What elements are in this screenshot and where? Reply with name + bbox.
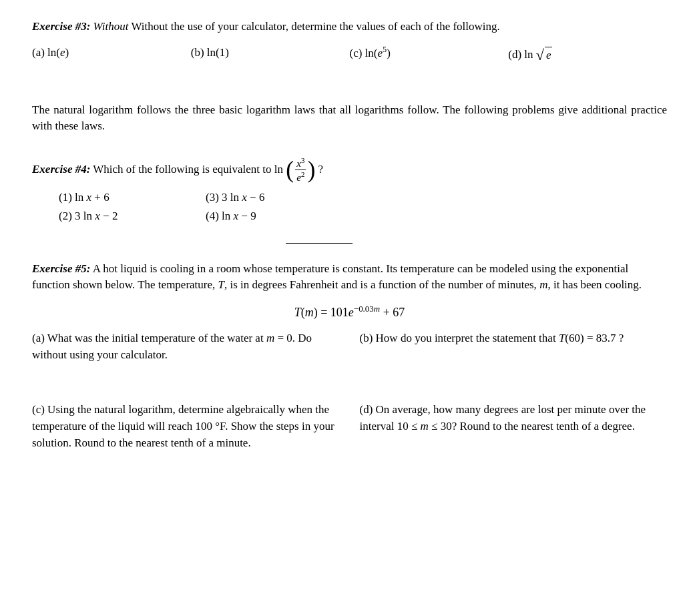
exercise3-part-d: (d) ln √e — [508, 45, 667, 66]
exercise5-part-b: (b) How do you interpret the statement t… — [353, 330, 668, 363]
exercise5-part-d: (d) On average, how many degrees are los… — [353, 402, 668, 451]
exercise5-header: Exercise #5: A hot liquid is cooling in … — [32, 261, 667, 294]
exercise5-ab: (a) What was the initial temperature of … — [32, 330, 667, 363]
exercise3-parts: (a) ln(e) (b) ln(1) (c) ln(e5) (d) ln √e — [32, 45, 667, 66]
left-paren: ( — [286, 158, 294, 182]
choice-2: (2) 3 ln x − 2 — [59, 208, 206, 243]
exercise5-title: Exercise #5: — [32, 262, 90, 275]
exercise3-description: Without Without the use of your calculat… — [90, 20, 499, 33]
exercise5-part-a: (a) What was the initial temperature of … — [32, 330, 353, 363]
choice-3: (3) 3 ln x − 6 — [206, 190, 353, 206]
choice-4: (4) ln x − 9 — [206, 208, 353, 243]
intro-paragraph: The natural logarithm follows the three … — [32, 102, 667, 135]
exercise3-section: Exercise #3: Without Without the use of … — [32, 19, 667, 66]
exercise4-choices: (1) ln x + 6 (3) 3 ln x − 6 (2) 3 ln x −… — [59, 190, 667, 244]
exercise3-part-a: (a) ln(e) — [32, 45, 191, 66]
exercise5-section: Exercise #5: A hot liquid is cooling in … — [32, 261, 667, 452]
exercise4-title: Exercise #4: — [32, 163, 90, 176]
right-paren: ) — [307, 158, 315, 182]
exercise3-part-c: (c) ln(e5) — [350, 45, 509, 66]
exercise3-header: Exercise #3: Without Without the use of … — [32, 19, 667, 35]
formula-display: T(m) = 101e−0.03m + 67 — [32, 303, 667, 321]
exercise4-section: Exercise #4: Which of the following is e… — [32, 156, 667, 244]
fraction: x3 e2 — [295, 156, 306, 184]
exercise3-part-b: (b) ln(1) — [191, 45, 350, 66]
answer-line — [286, 226, 353, 244]
exercise5-cd: (c) Using the natural logarithm, determi… — [32, 402, 667, 451]
exercise4-header: Exercise #4: Which of the following is e… — [32, 156, 667, 184]
exercise3-title: Exercise #3: — [32, 20, 90, 33]
choice-1: (1) ln x + 6 — [59, 190, 206, 206]
exercise5-part-c: (c) Using the natural logarithm, determi… — [32, 402, 353, 451]
